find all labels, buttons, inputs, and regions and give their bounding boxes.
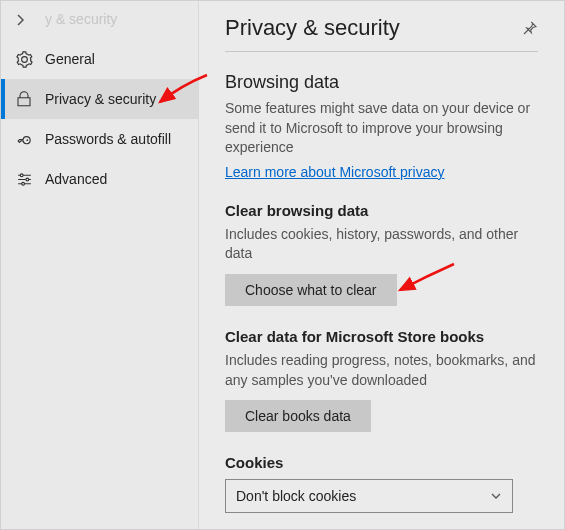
- svg-point-3: [21, 182, 24, 185]
- cookies-selected-value: Don't block cookies: [236, 488, 356, 504]
- chevron-down-icon: [490, 490, 502, 502]
- sliders-icon: [15, 171, 33, 188]
- sidebar-item-label: Privacy & security: [45, 91, 156, 107]
- sidebar-item-label: Advanced: [45, 171, 107, 187]
- gear-icon: [15, 51, 33, 68]
- sidebar-item-general[interactable]: General: [1, 39, 198, 79]
- svg-point-0: [26, 139, 28, 141]
- sidebar-item-advanced[interactable]: Advanced: [1, 159, 198, 199]
- chevron-right-icon: [15, 14, 27, 26]
- page-title: Privacy & security: [225, 15, 400, 41]
- lock-icon: [15, 91, 33, 107]
- browsing-data-description: Some features might save data on your de…: [225, 99, 538, 158]
- main-panel: Privacy & security Browsing data Some fe…: [199, 1, 564, 529]
- clear-browsing-description: Includes cookies, history, passwords, an…: [225, 225, 538, 264]
- sidebar-item-passwords-autofill[interactable]: Passwords & autofill: [1, 119, 198, 159]
- clear-browsing-heading: Clear browsing data: [225, 202, 538, 219]
- clear-books-description: Includes reading progress, notes, bookma…: [225, 351, 538, 390]
- clear-books-heading: Clear data for Microsoft Store books: [225, 328, 538, 345]
- cookies-heading: Cookies: [225, 454, 538, 471]
- sidebar-item-label: General: [45, 51, 95, 67]
- clear-books-data-button[interactable]: Clear books data: [225, 400, 371, 432]
- pin-icon[interactable]: [522, 20, 538, 36]
- cookies-select[interactable]: Don't block cookies: [225, 479, 513, 513]
- settings-sidebar: y & security General Privacy & security …: [1, 1, 199, 529]
- svg-point-1: [20, 173, 23, 176]
- choose-what-to-clear-button[interactable]: Choose what to clear: [225, 274, 397, 306]
- svg-point-2: [25, 178, 28, 181]
- sidebar-item-privacy-security[interactable]: Privacy & security: [1, 79, 198, 119]
- browsing-data-heading: Browsing data: [225, 72, 538, 93]
- back-button[interactable]: [1, 1, 198, 39]
- key-icon: [15, 131, 33, 148]
- sidebar-item-label: Passwords & autofill: [45, 131, 171, 147]
- privacy-learn-more-link[interactable]: Learn more about Microsoft privacy: [225, 164, 444, 180]
